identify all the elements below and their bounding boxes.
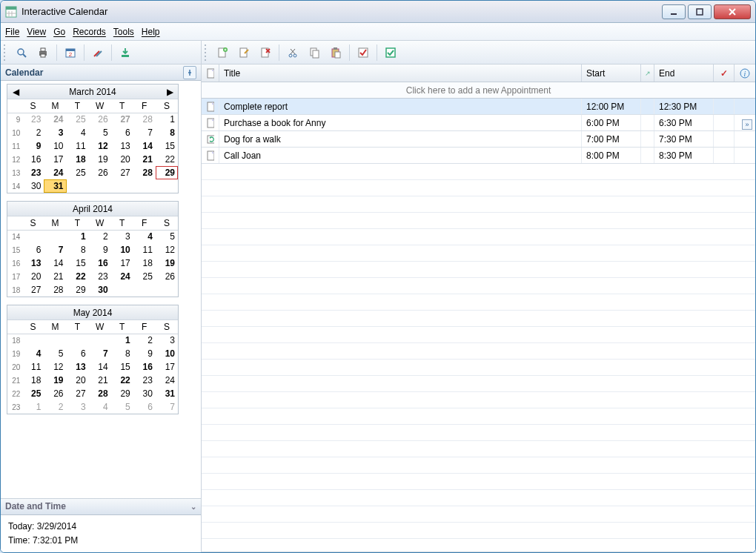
calendar-day[interactable]: 29	[111, 387, 133, 400]
expand-handle[interactable]: »	[742, 119, 752, 130]
calendar-day[interactable]	[44, 230, 66, 243]
calendar-day[interactable]: 20	[21, 270, 44, 283]
calendar-day[interactable]: 1	[156, 113, 178, 126]
search-button[interactable]	[12, 43, 31, 62]
calendar-day[interactable]	[21, 334, 44, 347]
calendar-day[interactable]	[111, 179, 133, 193]
calendar-day[interactable]: 7	[89, 347, 111, 360]
calendar-day[interactable]: 10	[156, 347, 178, 360]
calendar-day[interactable]: 17	[111, 256, 133, 270]
appointment-row[interactable]: Purchase a book for Anny6:00 PM6:30 PM	[202, 115, 755, 131]
appointment-row[interactable]: Dog for a walk7:00 PM7:30 PM	[202, 131, 755, 148]
calendar-day[interactable]: 27	[111, 166, 133, 179]
calendar-day[interactable]: 5	[156, 230, 178, 243]
calendar-day[interactable]: 1	[21, 400, 44, 414]
calendar-day[interactable]: 30	[133, 387, 156, 400]
calendar-day[interactable]: 5	[44, 347, 66, 360]
calendar-day[interactable]: 1	[111, 334, 133, 347]
calendar-day[interactable]: 28	[133, 166, 156, 179]
cut-button[interactable]	[283, 43, 302, 62]
menu-help[interactable]: Help	[142, 27, 160, 37]
calendar-day[interactable]: 9	[21, 139, 44, 153]
calendar-day[interactable]: 25	[67, 113, 89, 126]
new-record-button[interactable]	[213, 43, 232, 62]
calendar-day[interactable]	[89, 334, 111, 347]
calendar-day[interactable]: 2	[133, 334, 156, 347]
calendar-day[interactable]: 23	[89, 270, 111, 283]
calendar-day[interactable]: 22	[67, 270, 89, 283]
calendar-day[interactable]: 12	[156, 243, 178, 256]
calendar-day[interactable]: 6	[67, 347, 89, 360]
calendar-day[interactable]: 2	[44, 400, 66, 414]
calendar-day[interactable]: 14	[44, 256, 66, 270]
calendar-day[interactable]: 4	[133, 230, 156, 243]
calendar-day[interactable]: 10	[44, 139, 66, 153]
calendar-day[interactable]: 23	[133, 374, 156, 387]
next-month-button[interactable]: ▶	[165, 87, 175, 97]
calendar-day[interactable]: 1	[67, 230, 89, 243]
calendar-day[interactable]: 21	[89, 374, 111, 387]
calendar-day[interactable]: 11	[67, 139, 89, 153]
calendar-day[interactable]: 27	[21, 283, 44, 297]
calendar-day[interactable]: 20	[67, 374, 89, 387]
calendar-day[interactable]: 24	[44, 166, 66, 179]
calendar-day[interactable]: 29	[156, 166, 178, 179]
calendar-day[interactable]: 17	[156, 360, 178, 374]
menu-go[interactable]: Go	[53, 27, 65, 37]
calendar-day[interactable]: 31	[156, 387, 178, 400]
calendar-day[interactable]: 6	[133, 400, 156, 414]
calendar-day[interactable]: 3	[67, 400, 89, 414]
calendar-day[interactable]: 16	[21, 153, 44, 166]
calendar-day[interactable]: 7	[133, 126, 156, 139]
col-start[interactable]: Start	[582, 64, 641, 82]
calendar-day[interactable]: 30	[21, 179, 44, 193]
menu-file[interactable]: File	[5, 27, 19, 37]
menu-records[interactable]: Records	[73, 27, 106, 37]
calendar-day[interactable]: 9	[89, 243, 111, 256]
category-button[interactable]	[381, 43, 400, 62]
calendar-day[interactable]: 21	[44, 270, 66, 283]
new-appointment-row[interactable]: Click here to add a new Appointment	[202, 82, 755, 99]
menu-view[interactable]: View	[27, 27, 46, 37]
calendar-day[interactable]: 8	[156, 126, 178, 139]
close-button[interactable]	[714, 4, 751, 19]
pin-button[interactable]	[183, 66, 196, 79]
month-header[interactable]: May 2014	[7, 305, 178, 320]
calendar-day[interactable]: 4	[67, 126, 89, 139]
print-button[interactable]	[33, 43, 53, 62]
calendar-day[interactable]: 8	[111, 347, 133, 360]
calendar-day[interactable]: 25	[67, 166, 89, 179]
calendar-day[interactable]: 18	[67, 153, 89, 166]
calendar-day[interactable]: 28	[133, 113, 156, 126]
appointment-row[interactable]: Complete report12:00 PM12:30 PM	[202, 99, 755, 115]
calendar-day[interactable]: 6	[111, 126, 133, 139]
calendar-day[interactable]: 22	[156, 153, 178, 166]
calendar-day[interactable]: 18	[21, 374, 44, 387]
calendar-day[interactable]	[89, 179, 111, 193]
calendar-day[interactable]: 27	[67, 387, 89, 400]
calendar-day[interactable]: 14	[89, 360, 111, 374]
calendar-day[interactable]: 26	[156, 270, 178, 283]
calendar-day[interactable]: 14	[133, 139, 156, 153]
calendar-day[interactable]	[67, 179, 89, 193]
calendar-day[interactable]: 3	[156, 334, 178, 347]
calendar-day[interactable]: 18	[133, 256, 156, 270]
maximize-button[interactable]	[688, 4, 712, 19]
calendar-day[interactable]	[67, 334, 89, 347]
calendar-day[interactable]: 19	[44, 374, 66, 387]
calendar-day[interactable]: 19	[89, 153, 111, 166]
calendar-day[interactable]: 26	[89, 113, 111, 126]
calendar-day[interactable]: 4	[21, 347, 44, 360]
calendar-day[interactable]: 4	[89, 400, 111, 414]
calendar-day[interactable]	[156, 179, 178, 193]
calendar-day[interactable]: 26	[89, 166, 111, 179]
calendar-day[interactable]: 16	[89, 256, 111, 270]
calendar-day[interactable]: 12	[44, 360, 66, 374]
calendar-day[interactable]: 17	[44, 153, 66, 166]
today-button[interactable]: 2	[61, 43, 80, 62]
calendar-day[interactable]: 16	[133, 360, 156, 374]
calendar-day[interactable]: 3	[111, 230, 133, 243]
calendar-day[interactable]: 13	[111, 139, 133, 153]
calendar-day[interactable]: 30	[89, 283, 111, 297]
import-button[interactable]	[116, 43, 135, 62]
